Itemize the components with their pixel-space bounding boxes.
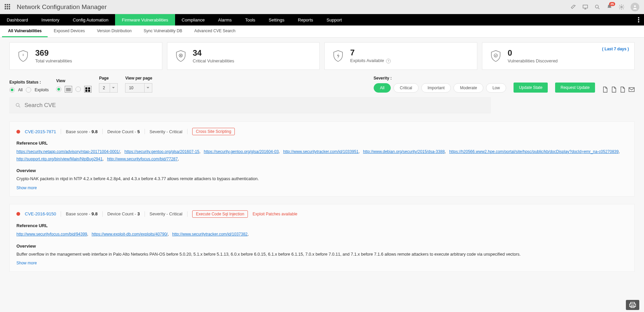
svg-point-3 bbox=[634, 5, 636, 7]
export-pdf-icon[interactable] bbox=[602, 87, 608, 93]
overview-text: Crypto-NAK packets in ntpd in NTP 4.2.x … bbox=[16, 176, 628, 182]
view-radio-list[interactable] bbox=[56, 87, 61, 92]
exploits-radio-exploits[interactable] bbox=[26, 87, 31, 93]
shield-alert-icon bbox=[17, 50, 29, 62]
exploit-patches-text: Exploit Patches available bbox=[253, 212, 297, 216]
main-nav: DashboardInventoryConfig AutomationFirmw… bbox=[0, 14, 644, 25]
reference-link[interactable]: http://www.securitytracker.com/id/103395… bbox=[283, 149, 359, 154]
svg-point-6 bbox=[638, 21, 639, 22]
page-dropdown[interactable]: 2 bbox=[99, 83, 118, 93]
overview-label: Overview bbox=[16, 244, 628, 249]
reference-link[interactable]: http://www.securitytracker.com/id/103738… bbox=[172, 232, 248, 237]
update-state-button[interactable]: Update State bbox=[514, 83, 548, 93]
apps-grid-icon[interactable] bbox=[5, 4, 11, 10]
search-input[interactable] bbox=[24, 102, 485, 109]
exploits-status-filter: Exploits Status : All Exploits bbox=[9, 80, 49, 93]
search-box[interactable] bbox=[9, 97, 491, 113]
gear-icon[interactable] bbox=[619, 4, 625, 10]
svg-point-17 bbox=[16, 103, 19, 106]
cve-card: CVE-2016-9150 Base score - 9.8 Device Co… bbox=[9, 204, 635, 272]
vuln-type-tag: Cross Site Scripting bbox=[192, 128, 235, 135]
shield-bolt-icon bbox=[332, 50, 344, 62]
reference-link[interactable]: https://security.netapp.com/advisory/nta… bbox=[16, 149, 120, 154]
severity-pill-all[interactable]: All bbox=[374, 83, 391, 93]
user-avatar[interactable] bbox=[631, 3, 639, 11]
rocket-icon[interactable] bbox=[570, 4, 576, 10]
cve-id-link[interactable]: CVE-2016-9150 bbox=[25, 211, 56, 216]
severity-dot-icon bbox=[16, 130, 20, 134]
reference-link[interactable]: http://support.ntp.org/bin/view/Main/Ntp… bbox=[16, 157, 103, 161]
exploits-radio-all[interactable] bbox=[9, 87, 15, 93]
severity-filter: Severity : AllCriticalImportantModerateL… bbox=[374, 76, 506, 93]
nav-firmware-vulnerabilities[interactable]: Firmware Vulnerabilities bbox=[115, 14, 175, 25]
severity-pill-important[interactable]: Important bbox=[421, 83, 451, 93]
stat-extra-link[interactable]: ( Last 7 days ) bbox=[602, 47, 629, 51]
severity-pill-critical[interactable]: Critical bbox=[393, 83, 419, 93]
help-icon[interactable]: ? bbox=[386, 59, 391, 63]
export-xls-icon[interactable] bbox=[620, 87, 625, 93]
stat-label: Vulnerabilities Discovered bbox=[508, 58, 558, 63]
reference-link[interactable]: http://www.securityfocus.com/bid/77287 bbox=[107, 157, 178, 161]
stat-card: 369 Total vulnerabilities bbox=[9, 42, 162, 70]
device-count: Device Count - 5 bbox=[107, 129, 140, 134]
list-view-icon[interactable] bbox=[65, 86, 72, 93]
nav-reports[interactable]: Reports bbox=[291, 14, 320, 25]
subnav-exposed-devices[interactable]: Exposed Devices bbox=[48, 25, 91, 37]
nav-settings[interactable]: Settings bbox=[262, 14, 291, 25]
reference-link[interactable]: https://h20566.www2.hpe.com/portal/site/… bbox=[449, 149, 619, 154]
perpage-dropdown[interactable]: 10 bbox=[125, 83, 152, 93]
nav-alarms[interactable]: Alarms bbox=[211, 14, 238, 25]
severity-text: Severity - Critical bbox=[150, 129, 182, 134]
subnav-version-distribution[interactable]: Version Distribution bbox=[91, 25, 138, 37]
perpage-filter: View per page 10 bbox=[125, 76, 152, 93]
svg-rect-14 bbox=[86, 90, 87, 92]
subnav-all-vulnerabilities[interactable]: All Vulnerabilities bbox=[2, 25, 48, 37]
stat-value: 369 bbox=[35, 49, 72, 57]
reference-link[interactable]: https://www.exploit-db.com/exploits/4079… bbox=[92, 232, 168, 237]
export-csv-icon[interactable] bbox=[611, 87, 616, 93]
nav-dashboard[interactable]: Dashboard bbox=[0, 14, 35, 25]
presentation-icon[interactable] bbox=[582, 4, 588, 10]
shield-x-icon bbox=[175, 50, 187, 62]
show-more-link[interactable]: Show more bbox=[16, 186, 37, 190]
nav-tools[interactable]: Tools bbox=[238, 14, 262, 25]
reference-links: https://security.netapp.com/advisory/nta… bbox=[16, 148, 628, 163]
search-icon[interactable] bbox=[594, 4, 600, 10]
base-score: Base score - 9.8 bbox=[66, 211, 98, 216]
subnav-sync-vulnerability-db[interactable]: Sync Vulnerability DB bbox=[138, 25, 188, 37]
reference-link[interactable]: http://www.debian.org/security/2015/dsa-… bbox=[363, 149, 444, 154]
stats-row: 369 Total vulnerabilities 34 Critical Vu… bbox=[9, 42, 635, 70]
top-header: Network Configuration Manager 25 bbox=[0, 0, 644, 14]
bell-icon[interactable]: 25 bbox=[606, 4, 612, 10]
subnav-advanced-cve-search[interactable]: Advanced CVE Search bbox=[188, 25, 241, 37]
svg-rect-16 bbox=[629, 88, 634, 92]
view-radio-grid[interactable] bbox=[75, 87, 81, 92]
shield-check-icon bbox=[490, 50, 502, 62]
nav-compliance[interactable]: Compliance bbox=[175, 14, 212, 25]
severity-pill-low[interactable]: Low bbox=[486, 83, 506, 93]
reference-link[interactable]: https://security.gentoo.org/glsa/201604-… bbox=[204, 149, 279, 154]
reference-link[interactable]: http://www.securityfocus.com/bid/94399 bbox=[16, 232, 87, 237]
nav-support[interactable]: Support bbox=[320, 14, 349, 25]
device-count: Device Count - 3 bbox=[107, 211, 140, 216]
severity-pill-moderate[interactable]: Moderate bbox=[453, 83, 483, 93]
base-score: Base score - 9.8 bbox=[66, 129, 98, 134]
filter-bar: Exploits Status : All Exploits View bbox=[9, 76, 635, 93]
reference-links: http://www.securityfocus.com/bid/94399, … bbox=[16, 231, 628, 238]
nav-inventory[interactable]: Inventory bbox=[35, 14, 66, 25]
vuln-type-tag: Execute Code Sql Injection bbox=[192, 210, 248, 218]
notification-badge: 25 bbox=[609, 2, 615, 6]
stat-card: 0 Vulnerabilities Discovered ( Last 7 da… bbox=[482, 42, 635, 70]
svg-point-1 bbox=[595, 5, 598, 8]
reference-link[interactable]: https://security.gentoo.org/glsa/201607-… bbox=[124, 149, 199, 154]
email-icon[interactable] bbox=[629, 87, 635, 92]
stat-label: Total vulnerabilities bbox=[35, 58, 72, 63]
nav-config-automation[interactable]: Config Automation bbox=[66, 14, 115, 25]
show-more-link[interactable]: Show more bbox=[16, 261, 37, 265]
request-update-button[interactable]: Request Update bbox=[555, 83, 595, 93]
cve-id-link[interactable]: CVE-2015-7871 bbox=[25, 129, 56, 134]
grid-view-icon[interactable] bbox=[84, 86, 92, 93]
page-filter: Page 2 bbox=[99, 76, 118, 93]
stat-label: Critical Vulnerabilities bbox=[193, 58, 234, 63]
nav-more-icon[interactable] bbox=[633, 14, 644, 25]
